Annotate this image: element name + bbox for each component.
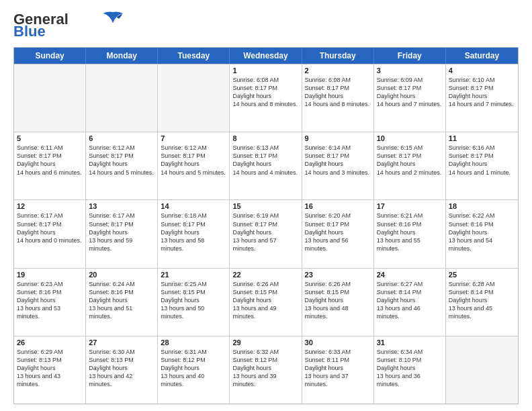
- day-info: Sunrise: 6:08 AMSunset: 8:17 PMDaylight …: [305, 76, 371, 109]
- calendar-cell-10: 10Sunrise: 6:15 AMSunset: 8:17 PMDayligh…: [374, 132, 446, 199]
- calendar-cell-11: 11Sunrise: 6:16 AMSunset: 8:17 PMDayligh…: [446, 132, 518, 199]
- day-number: 5: [17, 134, 83, 142]
- day-info: Sunrise: 6:26 AMSunset: 8:15 PMDaylight …: [305, 280, 371, 321]
- calendar-cell-14: 14Sunrise: 6:18 AMSunset: 8:17 PMDayligh…: [158, 200, 230, 267]
- day-number: 27: [89, 338, 154, 347]
- calendar-cell-empty: [446, 336, 518, 404]
- day-number: 4: [449, 66, 515, 75]
- day-number: 6: [89, 134, 154, 142]
- logo-blue: Blue: [13, 23, 46, 40]
- day-info: Sunrise: 6:31 AMSunset: 8:12 PMDaylight …: [161, 348, 226, 389]
- calendar-cell-12: 12Sunrise: 6:17 AMSunset: 8:17 PMDayligh…: [14, 200, 86, 267]
- day-number: 18: [449, 202, 515, 210]
- calendar-cell-4: 4Sunrise: 6:10 AMSunset: 8:17 PMDaylight…: [446, 64, 518, 132]
- calendar-cell-20: 20Sunrise: 6:24 AMSunset: 8:16 PMDayligh…: [86, 269, 158, 336]
- calendar-cell-6: 6Sunrise: 6:12 AMSunset: 8:17 PMDaylight…: [86, 132, 158, 199]
- day-info: Sunrise: 6:17 AMSunset: 8:17 PMDaylight …: [17, 212, 83, 244]
- calendar-cell-24: 24Sunrise: 6:27 AMSunset: 8:14 PMDayligh…: [374, 269, 446, 336]
- day-number: 19: [17, 271, 83, 279]
- day-info: Sunrise: 6:18 AMSunset: 8:17 PMDaylight …: [161, 212, 226, 253]
- day-number: 1: [232, 66, 298, 75]
- day-info: Sunrise: 6:30 AMSunset: 8:13 PMDaylight …: [89, 348, 154, 389]
- day-number: 3: [377, 66, 443, 75]
- calendar-row-0: 1Sunrise: 6:08 AMSunset: 8:17 PMDaylight…: [14, 64, 518, 132]
- day-info: Sunrise: 6:34 AMSunset: 8:10 PMDaylight …: [377, 348, 443, 389]
- day-number: 21: [161, 271, 226, 279]
- day-number: 17: [377, 202, 443, 210]
- day-info: Sunrise: 6:17 AMSunset: 8:17 PMDaylight …: [89, 212, 154, 253]
- day-info: Sunrise: 6:12 AMSunset: 8:17 PMDaylight …: [89, 144, 154, 177]
- calendar-cell-7: 7Sunrise: 6:12 AMSunset: 8:17 PMDaylight…: [158, 132, 230, 199]
- day-number: 28: [161, 338, 226, 347]
- calendar-cell-13: 13Sunrise: 6:17 AMSunset: 8:17 PMDayligh…: [86, 200, 158, 267]
- day-info: Sunrise: 6:16 AMSunset: 8:17 PMDaylight …: [449, 144, 515, 177]
- day-number: 25: [449, 271, 515, 279]
- day-info: Sunrise: 6:10 AMSunset: 8:17 PMDaylight …: [449, 76, 515, 109]
- day-info: Sunrise: 6:15 AMSunset: 8:17 PMDaylight …: [377, 144, 443, 177]
- day-info: Sunrise: 6:22 AMSunset: 8:16 PMDaylight …: [449, 212, 515, 253]
- calendar-cell-31: 31Sunrise: 6:34 AMSunset: 8:10 PMDayligh…: [374, 336, 446, 404]
- calendar-cell-18: 18Sunrise: 6:22 AMSunset: 8:16 PMDayligh…: [446, 200, 518, 267]
- calendar-row-3: 19Sunrise: 6:23 AMSunset: 8:16 PMDayligh…: [14, 268, 518, 336]
- day-number: 12: [17, 202, 83, 210]
- day-info: Sunrise: 6:12 AMSunset: 8:17 PMDaylight …: [161, 144, 226, 177]
- calendar-cell-empty: [158, 64, 230, 132]
- calendar-cell-21: 21Sunrise: 6:25 AMSunset: 8:15 PMDayligh…: [158, 269, 230, 336]
- day-number: 7: [161, 134, 226, 142]
- day-number: 13: [89, 202, 154, 210]
- day-number: 30: [305, 338, 371, 347]
- day-info: Sunrise: 6:20 AMSunset: 8:17 PMDaylight …: [305, 212, 371, 253]
- day-number: 24: [377, 271, 443, 279]
- header: General Blue: [13, 11, 519, 40]
- calendar-cell-8: 8Sunrise: 6:13 AMSunset: 8:17 PMDaylight…: [230, 132, 302, 199]
- calendar-cell-empty: [86, 64, 158, 132]
- calendar-body: 1Sunrise: 6:08 AMSunset: 8:17 PMDaylight…: [14, 64, 518, 404]
- calendar-header: SundayMondayTuesdayWednesdayThursdayFrid…: [14, 48, 518, 64]
- day-info: Sunrise: 6:09 AMSunset: 8:17 PMDaylight …: [377, 76, 443, 109]
- weekday-header-friday: Friday: [374, 48, 446, 64]
- weekday-header-saturday: Saturday: [446, 48, 518, 64]
- day-info: Sunrise: 6:21 AMSunset: 8:16 PMDaylight …: [377, 212, 443, 253]
- day-number: 20: [89, 271, 154, 279]
- day-number: 22: [232, 271, 298, 279]
- calendar-cell-3: 3Sunrise: 6:09 AMSunset: 8:17 PMDaylight…: [374, 64, 446, 132]
- calendar-row-2: 12Sunrise: 6:17 AMSunset: 8:17 PMDayligh…: [14, 199, 518, 267]
- day-info: Sunrise: 6:23 AMSunset: 8:16 PMDaylight …: [17, 280, 83, 321]
- day-number: 14: [161, 202, 226, 210]
- day-number: 2: [305, 66, 371, 75]
- calendar-cell-29: 29Sunrise: 6:32 AMSunset: 8:12 PMDayligh…: [230, 336, 302, 404]
- day-number: 31: [377, 338, 443, 347]
- day-info: Sunrise: 6:25 AMSunset: 8:15 PMDaylight …: [161, 280, 226, 321]
- day-number: 23: [305, 271, 371, 279]
- calendar-cell-2: 2Sunrise: 6:08 AMSunset: 8:17 PMDaylight…: [302, 64, 374, 132]
- day-info: Sunrise: 6:11 AMSunset: 8:17 PMDaylight …: [17, 144, 83, 177]
- calendar-cell-5: 5Sunrise: 6:11 AMSunset: 8:17 PMDaylight…: [14, 132, 86, 199]
- calendar-cell-19: 19Sunrise: 6:23 AMSunset: 8:16 PMDayligh…: [14, 269, 86, 336]
- logo-bird-icon: [101, 11, 125, 26]
- calendar-cell-16: 16Sunrise: 6:20 AMSunset: 8:17 PMDayligh…: [302, 200, 374, 267]
- day-info: Sunrise: 6:24 AMSunset: 8:16 PMDaylight …: [89, 280, 154, 321]
- calendar-row-4: 26Sunrise: 6:29 AMSunset: 8:13 PMDayligh…: [14, 336, 518, 404]
- calendar-cell-empty: [14, 64, 86, 132]
- calendar: SundayMondayTuesdayWednesdayThursdayFrid…: [13, 47, 519, 404]
- calendar-cell-26: 26Sunrise: 6:29 AMSunset: 8:13 PMDayligh…: [14, 336, 86, 404]
- calendar-cell-27: 27Sunrise: 6:30 AMSunset: 8:13 PMDayligh…: [86, 336, 158, 404]
- calendar-cell-23: 23Sunrise: 6:26 AMSunset: 8:15 PMDayligh…: [302, 269, 374, 336]
- calendar-cell-15: 15Sunrise: 6:19 AMSunset: 8:17 PMDayligh…: [230, 200, 302, 267]
- calendar-cell-28: 28Sunrise: 6:31 AMSunset: 8:12 PMDayligh…: [158, 336, 230, 404]
- day-number: 15: [232, 202, 298, 210]
- day-number: 11: [449, 134, 515, 142]
- day-info: Sunrise: 6:32 AMSunset: 8:12 PMDaylight …: [232, 348, 298, 389]
- day-info: Sunrise: 6:14 AMSunset: 8:17 PMDaylight …: [305, 144, 371, 177]
- day-number: 9: [305, 134, 371, 142]
- day-info: Sunrise: 6:33 AMSunset: 8:11 PMDaylight …: [305, 348, 371, 389]
- day-number: 10: [377, 134, 443, 142]
- day-number: 29: [232, 338, 298, 347]
- day-info: Sunrise: 6:08 AMSunset: 8:17 PMDaylight …: [232, 76, 298, 109]
- weekday-header-tuesday: Tuesday: [158, 48, 230, 64]
- calendar-cell-17: 17Sunrise: 6:21 AMSunset: 8:16 PMDayligh…: [374, 200, 446, 267]
- weekday-header-thursday: Thursday: [302, 48, 374, 64]
- day-info: Sunrise: 6:13 AMSunset: 8:17 PMDaylight …: [232, 144, 298, 177]
- day-info: Sunrise: 6:19 AMSunset: 8:17 PMDaylight …: [232, 212, 298, 253]
- day-info: Sunrise: 6:26 AMSunset: 8:15 PMDaylight …: [232, 280, 298, 321]
